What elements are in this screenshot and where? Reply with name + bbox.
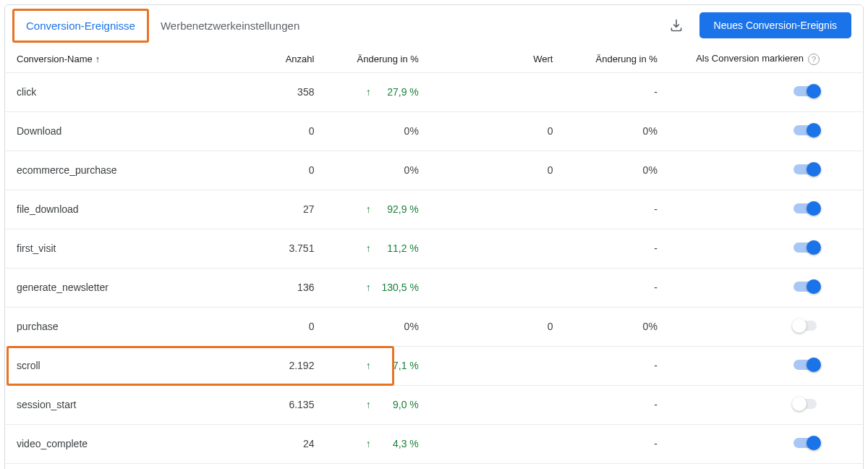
- cell-value-change: -: [564, 72, 668, 111]
- cell-value-change: -: [564, 463, 668, 469]
- cell-value: [505, 72, 565, 111]
- cell-count: 0: [244, 111, 326, 151]
- cell-name[interactable]: generate_newsletter: [5, 268, 244, 307]
- cell-value: 0: [505, 111, 565, 151]
- conversion-toggle[interactable]: [793, 240, 820, 255]
- conversion-toggle[interactable]: [793, 435, 820, 451]
- cell-name[interactable]: file_download: [5, 190, 244, 229]
- cell-value-change: -: [564, 424, 668, 463]
- conversion-toggle[interactable]: [793, 161, 820, 177]
- download-button[interactable]: [662, 11, 691, 40]
- header-value-change[interactable]: Änderung in %: [564, 46, 668, 72]
- conversions-table: Conversion-Name↑ Anzahl Änderung in % We…: [5, 46, 863, 469]
- cell-toggle: [669, 307, 863, 346]
- table-row: purchase00%00%: [5, 307, 863, 346]
- change-percent: 7,1 %: [378, 360, 419, 371]
- cell-name[interactable]: purchase: [5, 307, 244, 346]
- header-name[interactable]: Conversion-Name↑: [5, 46, 244, 72]
- cell-change: ↑16,0 %: [326, 463, 430, 469]
- cell-name[interactable]: scroll: [5, 346, 244, 385]
- cell-value-change: 0%: [564, 111, 668, 151]
- cell-name[interactable]: click: [5, 72, 244, 111]
- cell-name[interactable]: ecommerce_purchase: [5, 151, 244, 190]
- arrow-up-icon: ↑: [366, 282, 371, 293]
- cell-count: 136: [244, 268, 326, 307]
- new-conversion-event-button[interactable]: Neues Conversion-Ereignis: [699, 12, 851, 38]
- cell-value: [505, 268, 565, 307]
- cell-count: 6.135: [244, 385, 326, 424]
- cell-name[interactable]: first_visit: [5, 229, 244, 268]
- cell-count: 3.751: [244, 229, 326, 268]
- table-row: click358↑27,9 %-: [5, 72, 863, 111]
- cell-value: [505, 190, 565, 229]
- help-icon[interactable]: ?: [808, 54, 820, 65]
- cell-change: ↑27,9 %: [326, 72, 430, 111]
- cell-name[interactable]: video_complete: [5, 424, 244, 463]
- cell-change: ↑11,2 %: [326, 229, 430, 268]
- header-mark: Als Conversion markieren?: [669, 46, 863, 72]
- cell-value-change: 0%: [564, 307, 668, 346]
- sort-ascending-icon: ↑: [95, 54, 101, 64]
- conversion-toggle[interactable]: [793, 122, 820, 138]
- table-row: video_progress189↑16,0 %-: [5, 463, 863, 469]
- cell-count: 0: [244, 151, 326, 190]
- table-row: Download00%00%: [5, 111, 863, 151]
- cell-change: ↑130,5 %: [326, 268, 430, 307]
- cell-count: 358: [244, 72, 326, 111]
- cell-toggle: [669, 424, 863, 463]
- cell-name[interactable]: Download: [5, 111, 244, 151]
- cell-change: 0%: [326, 151, 430, 190]
- cell-name[interactable]: session_start: [5, 385, 244, 424]
- table-header-row: Conversion-Name↑ Anzahl Änderung in % We…: [5, 46, 863, 72]
- cell-toggle: [669, 268, 863, 307]
- cell-value-change: -: [564, 385, 668, 424]
- cell-toggle: [669, 463, 863, 469]
- change-percent: 0%: [378, 125, 419, 137]
- header-count[interactable]: Anzahl: [244, 46, 326, 72]
- cell-value: [505, 385, 565, 424]
- change-percent: 11,2 %: [378, 242, 419, 254]
- change-percent: 27,9 %: [378, 86, 419, 98]
- cell-value-change: 0%: [564, 151, 668, 190]
- cell-count: 24: [244, 424, 326, 463]
- change-percent: 0%: [378, 321, 419, 332]
- cell-value: 0: [505, 151, 565, 190]
- cell-value-change: -: [564, 268, 668, 307]
- cell-change: ↑9,0 %: [326, 385, 430, 424]
- arrow-up-icon: ↑: [366, 86, 371, 98]
- conversion-toggle[interactable]: [793, 279, 820, 295]
- cell-value: 0: [505, 307, 565, 346]
- conversion-toggle[interactable]: [793, 396, 820, 412]
- table-row: generate_newsletter136↑130,5 %-: [5, 268, 863, 307]
- cell-count: 189: [244, 463, 326, 469]
- tabs-row: Conversion-Ereignisse Werbenetzwerkeinst…: [5, 5, 863, 46]
- cell-value: [505, 463, 565, 469]
- header-change[interactable]: Änderung in %: [326, 46, 430, 72]
- cell-count: 0: [244, 307, 326, 346]
- conversion-toggle[interactable]: [793, 357, 820, 373]
- arrow-up-icon: ↑: [366, 203, 371, 215]
- table-row: video_complete24↑4,3 %-: [5, 424, 863, 463]
- cell-value: [505, 346, 565, 385]
- change-percent: 0%: [378, 164, 419, 176]
- cell-toggle: [669, 72, 863, 111]
- conversion-toggle[interactable]: [793, 200, 820, 216]
- arrow-up-icon: ↑: [366, 242, 371, 254]
- conversions-card: Conversion-Ereignisse Werbenetzwerkeinst…: [4, 4, 864, 469]
- cell-change: ↑7,1 %: [326, 346, 430, 385]
- arrow-up-icon: ↑: [366, 399, 371, 410]
- conversion-toggle[interactable]: [793, 83, 820, 99]
- arrow-up-icon: ↑: [366, 438, 371, 449]
- cell-toggle: [669, 111, 863, 151]
- cell-value-change: -: [564, 346, 668, 385]
- tab-conversion-events[interactable]: Conversion-Ereignisse: [14, 11, 147, 41]
- cell-change: 0%: [326, 111, 430, 151]
- header-value[interactable]: Wert: [505, 46, 565, 72]
- cell-value-change: -: [564, 190, 668, 229]
- change-percent: 92,9 %: [378, 203, 419, 215]
- tab-ad-network-settings[interactable]: Werbenetzwerkeinstellungen: [149, 11, 311, 41]
- cell-name[interactable]: video_progress: [5, 463, 244, 469]
- conversion-toggle[interactable]: [793, 318, 820, 334]
- cell-change: 0%: [326, 307, 430, 346]
- table-row: scroll2.192↑7,1 %-: [5, 346, 863, 385]
